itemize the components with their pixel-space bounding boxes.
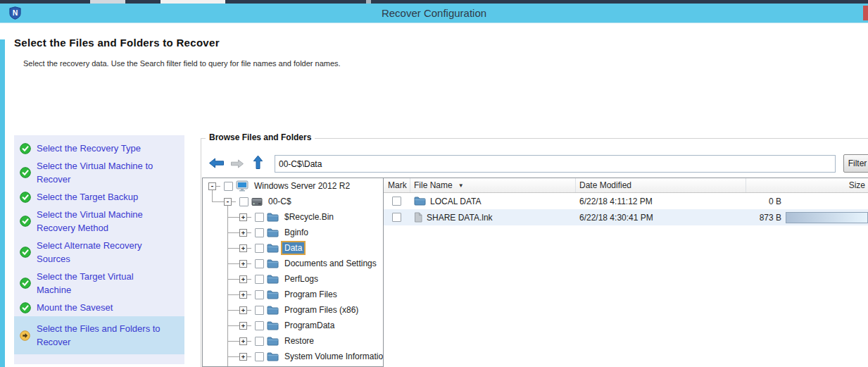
file-size: 873 B [746, 213, 781, 223]
wizard-step[interactable]: Select the Recovery Type [14, 139, 184, 157]
column-header-mark[interactable]: Mark [384, 178, 410, 192]
tree-node[interactable]: +Program Files (x86) [203, 302, 383, 318]
collapse-icon[interactable]: - [224, 198, 232, 206]
background-window-edge [0, 39, 5, 367]
tree-connector-line [216, 186, 220, 187]
tree-connector-line [247, 341, 251, 342]
file-list-body: LOCAL DATA6/22/18 4:11:12 PM0 BSHARE DAT… [384, 193, 868, 225]
tree-checkbox[interactable] [255, 244, 264, 253]
tree-node[interactable]: +Bginfo [203, 225, 383, 240]
expand-icon[interactable]: + [239, 244, 247, 252]
tree-checkbox[interactable] [255, 352, 264, 361]
tree-node-label[interactable]: Program Files [282, 289, 339, 300]
tree-checkbox[interactable] [255, 306, 264, 315]
tree-node-label[interactable]: 00-C$ [266, 196, 294, 207]
folder-icon [267, 259, 279, 268]
tree-node[interactable]: +$Recycle.Bin [203, 209, 383, 225]
expand-icon[interactable]: + [239, 229, 247, 237]
file-row[interactable]: SHARE DATA.lnk6/22/18 4:30:41 PM873 B [384, 209, 868, 225]
dialog-title: Recover Configuration [382, 7, 486, 19]
file-size: 0 B [746, 197, 781, 206]
wizard-step[interactable]: Select the Target Backup [14, 188, 184, 206]
expand-icon[interactable]: + [239, 353, 247, 361]
path-input[interactable] [275, 155, 836, 173]
file-row[interactable]: LOCAL DATA6/22/18 4:11:12 PM0 B [384, 193, 868, 209]
step-current-icon [20, 330, 30, 341]
tree-checkbox[interactable] [255, 213, 264, 222]
wizard-step[interactable]: Mount the Saveset [14, 299, 184, 316]
expand-icon[interactable]: + [239, 306, 247, 314]
column-header-file-name[interactable]: File Name [410, 178, 576, 192]
tree-checkbox[interactable] [224, 182, 233, 191]
wizard-step-label: Mount the Saveset [37, 301, 168, 314]
tree-connector-line [247, 310, 251, 311]
wizard-step-label: Select the Virtual Machine Recovery Meth… [37, 208, 168, 235]
tree-checkbox[interactable] [255, 321, 264, 330]
collapse-icon[interactable]: - [208, 182, 216, 190]
file-list-header: Mark File Name Date Modified Size [384, 178, 868, 193]
wizard-step-label: Select the Files and Folders to Recover [37, 322, 168, 349]
sort-desc-icon [458, 182, 464, 189]
wizard-step[interactable]: Select the Files and Folders to Recover [14, 316, 184, 354]
tree-connector-line [247, 232, 251, 233]
expand-icon[interactable]: + [239, 337, 247, 345]
folder-tree-rows: -Windows Server 2012 R2-00-C$+$Recycle.B… [203, 178, 383, 364]
expand-icon[interactable]: + [239, 260, 247, 268]
tree-connector-line [227, 310, 239, 311]
page-title: Select the Files and Folders to Recover [14, 37, 220, 49]
tree-checkbox[interactable] [255, 337, 264, 346]
dialog-titlebar: N Recover Configuration [0, 4, 868, 23]
tree-node[interactable]: +System Volume Information [203, 349, 383, 364]
wizard-step[interactable]: Select the Virtual Machine Recovery Meth… [14, 206, 184, 237]
tree-node-label[interactable]: Windows Server 2012 R2 [252, 180, 352, 192]
tree-checkbox[interactable] [239, 197, 249, 206]
tree-node[interactable]: +PerfLogs [203, 271, 383, 287]
forward-button[interactable] [230, 159, 244, 168]
tree-checkbox[interactable] [255, 275, 264, 284]
tree-node[interactable]: +Documents and Settings [203, 256, 383, 271]
back-button[interactable] [208, 158, 225, 168]
svg-text:N: N [13, 9, 18, 17]
tree-node[interactable]: +Restore [203, 333, 383, 349]
close-button[interactable] [863, 6, 868, 20]
wizard-step[interactable]: Select the Virtual Machine to Recover [14, 157, 184, 188]
tree-node[interactable]: -Windows Server 2012 R2 [203, 178, 383, 194]
tree-node[interactable]: +Data [203, 240, 383, 256]
tree-node-label[interactable]: $Recycle.Bin [282, 211, 336, 223]
expand-icon[interactable]: + [239, 213, 247, 221]
tree-checkbox[interactable] [255, 259, 264, 268]
expand-icon[interactable]: + [239, 291, 247, 299]
tree-node-label[interactable]: Documents and Settings [282, 258, 379, 269]
tree-node-label[interactable]: Program Files (x86) [282, 304, 360, 316]
wizard-step[interactable]: Select the Target Virtual Machine [14, 268, 184, 299]
tree-checkbox[interactable] [255, 290, 264, 299]
expand-icon[interactable]: + [239, 322, 247, 330]
file-icon [414, 212, 422, 223]
tree-node[interactable]: +Program Files [203, 287, 383, 302]
mark-checkbox[interactable] [392, 197, 401, 206]
wizard-step-label: Select Alternate Recovery Sources [37, 239, 168, 266]
filter-button[interactable]: Filter [843, 154, 868, 173]
tree-node-label[interactable]: Restore [282, 335, 316, 347]
tree-node-label[interactable]: Data [282, 242, 304, 254]
tree-checkbox[interactable] [255, 228, 264, 237]
tree-node[interactable]: +ProgramData [203, 318, 383, 333]
tree-node[interactable]: -00-C$ [203, 194, 383, 209]
tree-node-label[interactable]: ProgramData [282, 320, 336, 331]
column-header-size[interactable]: Size [746, 178, 868, 192]
wizard-step[interactable]: Select Alternate Recovery Sources [14, 237, 184, 268]
mark-checkbox[interactable] [392, 213, 401, 222]
tree-node-label[interactable]: Bginfo [282, 227, 310, 238]
tree-connector-line [227, 263, 239, 264]
column-header-date-modified[interactable]: Date Modified [576, 178, 746, 192]
expand-icon[interactable]: + [239, 275, 247, 283]
folder-icon [267, 321, 279, 330]
tree-connector-line [227, 279, 239, 280]
up-arrow-icon [253, 155, 263, 170]
tree-connector-line [247, 217, 251, 218]
folder-icon [267, 275, 279, 284]
up-button[interactable] [253, 155, 263, 170]
tree-node-label[interactable]: System Volume Information [282, 351, 384, 362]
tree-node-label[interactable]: PerfLogs [282, 273, 320, 285]
wizard-steps: Select the Recovery TypeSelect the Virtu… [14, 135, 184, 364]
